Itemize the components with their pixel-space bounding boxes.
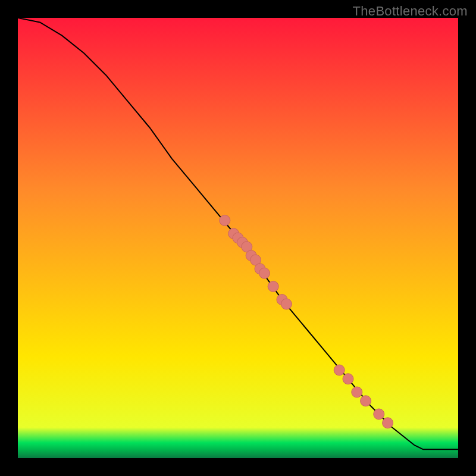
data-point (383, 418, 393, 428)
data-point (374, 409, 384, 419)
data-point (343, 374, 353, 384)
data-point (220, 215, 230, 226)
data-point (334, 365, 345, 375)
chart-svg (18, 18, 458, 458)
watermark-text: TheBottleneck.com (353, 4, 468, 19)
data-point (268, 281, 278, 292)
data-point (361, 396, 371, 406)
chart-stage: TheBottleneck.com (0, 0, 476, 476)
data-point (281, 299, 292, 309)
data-point (259, 268, 270, 278)
data-point (352, 387, 362, 397)
plot-area (18, 18, 458, 458)
